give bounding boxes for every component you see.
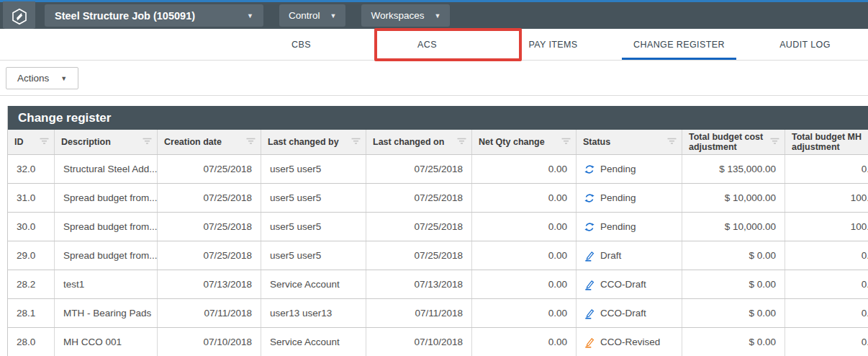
cell-id[interactable]: 32.0 <box>8 155 55 183</box>
cell-net-qty-change[interactable]: 0.00 <box>472 213 577 241</box>
cell-creation-date[interactable]: 07/11/2018 <box>158 299 261 327</box>
cell-total-budget-cost-adjustment[interactable]: $ 0.00 <box>682 270 785 298</box>
cell-creation-date[interactable]: 07/25/2018 <box>158 241 261 270</box>
cell-creation-date[interactable]: 07/10/2018 <box>158 328 261 356</box>
cell-description[interactable]: Spread budget from... <box>55 213 158 241</box>
column-header-cost[interactable]: Total budget cost adjustment <box>682 130 785 154</box>
cell-last-changed-by[interactable]: Service Account <box>261 270 366 298</box>
filter-icon[interactable] <box>769 137 780 147</box>
actions-dropdown[interactable]: Actions ▼ <box>6 67 78 89</box>
filter-icon[interactable] <box>666 137 677 147</box>
cell-net-qty-value: 0.00 <box>548 221 567 232</box>
cell-last-changed-by[interactable]: Service Account <box>261 328 366 356</box>
cell-net-qty-change[interactable]: 0.00 <box>472 155 577 183</box>
cell-last-changed-by[interactable]: user5 user5 <box>261 213 366 241</box>
cell-id[interactable]: 28.0 <box>8 328 55 356</box>
cell-total-budget-mh-adjustment[interactable]: 0.00 <box>785 328 868 356</box>
cell-description[interactable]: Spread budget from... <box>55 184 158 212</box>
filter-icon[interactable] <box>561 137 571 147</box>
cell-last-changed-by[interactable]: user5 user5 <box>261 184 366 212</box>
cell-creation-date[interactable]: 07/13/2018 <box>158 270 261 298</box>
table-row[interactable]: 30.0 Spread budget from... 07/25/2018 us… <box>8 213 868 241</box>
filter-icon[interactable] <box>351 137 361 147</box>
cell-total-budget-cost-adjustment[interactable]: $ 0.00 <box>682 241 785 270</box>
cell-description[interactable]: MH CCO 001 <box>55 328 158 356</box>
tab-pay-items[interactable]: PAY ITEMS <box>490 29 616 60</box>
cell-creation-date[interactable]: 07/25/2018 <box>158 184 261 212</box>
tab-audit-log[interactable]: AUDIT LOG <box>742 29 868 60</box>
cell-description[interactable]: MTH - Bearing Pads <box>55 299 158 327</box>
cell-status[interactable]: Pending <box>577 155 682 183</box>
filter-icon[interactable] <box>142 137 153 147</box>
table-row[interactable]: 28.0 MH CCO 001 07/10/2018 Service Accou… <box>8 328 868 356</box>
cell-net-qty-change[interactable]: 0.00 <box>472 270 577 298</box>
cell-last-changed-on[interactable]: 07/25/2018 <box>366 184 472 212</box>
cell-id[interactable]: 31.0 <box>8 184 55 212</box>
cell-total-budget-mh-adjustment[interactable]: 100.00 <box>785 213 868 241</box>
filter-icon[interactable] <box>456 137 467 147</box>
cell-last-changed-on[interactable]: 07/10/2018 <box>366 328 472 356</box>
column-header-lcon[interactable]: Last changed on <box>366 130 472 154</box>
workspaces-dropdown[interactable]: Workspaces ▼ <box>361 4 450 27</box>
table-row[interactable]: 31.0 Spread budget from... 07/25/2018 us… <box>8 184 868 213</box>
cell-id[interactable]: 28.1 <box>8 299 55 327</box>
job-selector-dropdown[interactable]: Steel Structure Job (105091) ▼ <box>45 4 263 27</box>
cell-total-budget-mh-adjustment[interactable]: 0.00 <box>785 299 868 327</box>
cell-total-budget-mh-adjustment[interactable]: 0.00 <box>785 270 868 298</box>
cell-status[interactable]: CCO-Revised <box>577 328 682 356</box>
cell-description-value: Spread budget from... <box>63 250 158 261</box>
cell-description[interactable]: Structural Steel Add... <box>55 155 158 183</box>
cell-total-budget-cost-adjustment[interactable]: $ 10,000.00 <box>682 184 785 212</box>
tab-change-register[interactable]: CHANGE REGISTER <box>616 29 742 60</box>
cell-id[interactable]: 29.0 <box>8 241 55 270</box>
cell-creation-date[interactable]: 07/25/2018 <box>158 155 261 183</box>
cell-id[interactable]: 28.2 <box>8 270 55 298</box>
table-row[interactable]: 28.1 MTH - Bearing Pads 07/11/2018 user1… <box>8 299 868 328</box>
column-header-desc[interactable]: Description <box>55 130 158 154</box>
cell-last-changed-on[interactable]: 07/13/2018 <box>366 270 472 298</box>
cell-last-changed-by[interactable]: user5 user5 <box>261 155 366 183</box>
cell-last-changed-on[interactable]: 07/25/2018 <box>366 241 472 270</box>
table-row[interactable]: 28.2 test1 07/13/2018 Service Account 07… <box>8 270 868 299</box>
cell-total-budget-mh-adjustment[interactable]: 0.00 <box>785 155 868 183</box>
control-dropdown[interactable]: Control ▼ <box>279 4 345 27</box>
status-label: CCO-Draft <box>600 308 646 319</box>
cell-net-qty-change[interactable]: 0.00 <box>472 241 577 270</box>
column-header-netqty[interactable]: Net Qty change <box>472 130 577 154</box>
table-row[interactable]: 29.0 Spread budget from... 07/25/2018 us… <box>8 241 868 270</box>
cell-last-changed-on[interactable]: 07/25/2018 <box>366 155 472 183</box>
cell-status[interactable]: Draft <box>577 241 682 270</box>
cell-last-changed-by[interactable]: user13 user13 <box>261 299 366 327</box>
filter-icon[interactable] <box>39 137 50 147</box>
table-row[interactable]: 32.0 Structural Steel Add... 07/25/2018 … <box>8 155 868 184</box>
cell-net-qty-change[interactable]: 0.00 <box>472 184 577 212</box>
cell-last-changed-by[interactable]: user5 user5 <box>261 241 366 270</box>
tab-cbs[interactable]: CBS <box>238 29 364 60</box>
cell-status[interactable]: Pending <box>577 184 682 212</box>
cell-total-budget-cost-adjustment[interactable]: $ 10,000.00 <box>682 213 785 241</box>
tab-acs[interactable]: ACS <box>364 29 490 60</box>
cell-last-changed-on[interactable]: 07/11/2018 <box>366 299 472 327</box>
cell-total-budget-mh-adjustment[interactable]: 100.00 <box>785 184 868 212</box>
column-header-id[interactable]: ID <box>8 130 55 154</box>
cell-description[interactable]: Spread budget from... <box>55 241 158 270</box>
column-header-status[interactable]: Status <box>577 130 682 154</box>
cell-status[interactable]: CCO-Draft <box>577 270 682 298</box>
cell-description[interactable]: test1 <box>55 270 158 298</box>
cell-creation-date[interactable]: 07/25/2018 <box>158 213 261 241</box>
cell-status[interactable]: CCO-Draft <box>577 299 682 327</box>
column-header-cdate[interactable]: Creation date <box>158 130 261 154</box>
cell-status[interactable]: Pending <box>577 213 682 241</box>
cell-total-budget-cost-adjustment[interactable]: $ 0.00 <box>682 328 785 356</box>
cell-id[interactable]: 30.0 <box>8 213 55 241</box>
filter-icon[interactable] <box>245 137 256 147</box>
cell-total-budget-cost-adjustment[interactable]: $ 135,000.00 <box>682 155 785 183</box>
cell-net-qty-change[interactable]: 0.00 <box>472 299 577 327</box>
cell-last-changed-on[interactable]: 07/25/2018 <box>366 213 472 241</box>
column-header-lcby[interactable]: Last changed by <box>261 130 366 154</box>
chevron-down-icon: ▼ <box>247 12 253 19</box>
cell-total-budget-cost-adjustment[interactable]: $ 0.00 <box>682 299 785 327</box>
cell-net-qty-change[interactable]: 0.00 <box>472 328 577 356</box>
cell-total-budget-mh-adjustment[interactable]: 0.00 <box>785 241 868 270</box>
column-header-mh[interactable]: Total budget MH adjustment <box>785 130 868 154</box>
